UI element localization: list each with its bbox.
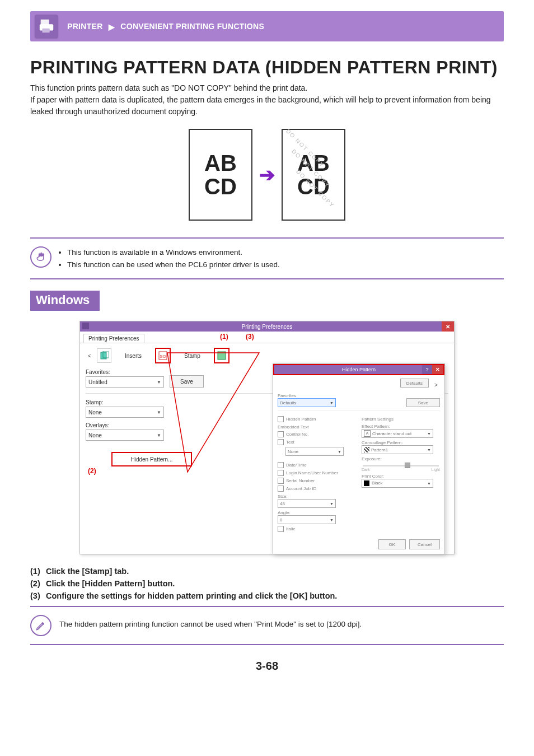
svg-rect-7 <box>218 352 226 360</box>
stamp-select[interactable]: None ▼ <box>86 407 164 418</box>
next-tab-icon[interactable] <box>214 348 229 363</box>
hidden-pattern-button-label: Hidden Pattern... <box>130 456 172 463</box>
text-select[interactable]: None▼ <box>285 447 344 456</box>
text-checkbox[interactable]: Text <box>278 439 356 445</box>
cancel-button[interactable]: Cancel <box>409 539 440 549</box>
svg-rect-2 <box>43 29 50 33</box>
embedded-text-label: Embedded Text <box>278 424 356 430</box>
breadcrumb-subsection[interactable]: CONVENIENT PRINTING FUNCTIONS <box>120 22 264 31</box>
row1: AB <box>297 151 330 175</box>
chk-label: Account Job ID <box>286 486 316 491</box>
row2: CD <box>204 174 237 199</box>
os-header: Windows <box>30 291 100 311</box>
chk-label: Control No. <box>286 432 308 437</box>
svg-rect-0 <box>41 20 49 25</box>
dlg-favorites-select[interactable]: Defaults ▼ <box>278 398 336 407</box>
camouflage-select[interactable]: Pattern1 ▼ <box>362 445 433 454</box>
camouflage-label: Camouflage Pattern: <box>362 440 440 445</box>
exposure-label: Exposure: <box>362 456 440 461</box>
step-text: Click the [Hidden Pattern] button. <box>46 579 175 588</box>
original-page: ABCD <box>189 129 252 221</box>
chk-label: Italic <box>286 526 295 531</box>
close-icon[interactable]: ✕ <box>442 321 454 332</box>
hidden-pattern-checkbox[interactable]: Hidden Pattern <box>278 416 356 422</box>
serial-checkbox[interactable]: Serial Number <box>278 478 356 484</box>
date-time-checkbox[interactable]: Date/Time <box>278 462 356 468</box>
prerequisite-note: This function is available in a Windows … <box>30 237 504 279</box>
breadcrumb-section[interactable]: PRINTER <box>67 22 103 31</box>
print-color-value: Black <box>372 480 383 486</box>
printer-icon <box>35 15 58 38</box>
arrow-right-icon: ➔ <box>259 164 275 186</box>
favorites-value: Untitled <box>88 379 107 385</box>
intro-paragraph: This function prints pattern data such a… <box>30 82 504 118</box>
step-text: Click the [Stamp] tab. <box>46 567 129 576</box>
chk-label: Hidden Pattern <box>286 417 316 422</box>
tab-strip: Printing Preferences <box>80 332 454 343</box>
help-icon[interactable]: ? <box>422 365 432 374</box>
step-item: (1)Click the [Stamp] tab. <box>30 567 504 576</box>
stamp-value: None <box>88 409 102 416</box>
limitation-text: The hidden pattern printing function can… <box>59 615 362 634</box>
control-no-checkbox[interactable]: Control No. <box>278 431 356 437</box>
inserts-tab-label[interactable]: Inserts <box>115 353 152 359</box>
chk-label: Text <box>286 440 294 445</box>
overlays-value: None <box>88 432 102 438</box>
dlg-favorites-value: Defaults <box>280 400 296 405</box>
row1: AB <box>204 151 237 175</box>
page-title: PRINTING PATTERN DATA (HIDDEN PATTERN PR… <box>30 57 504 78</box>
size-select[interactable]: 48▼ <box>278 499 336 508</box>
exposure-dark-label: Dark <box>362 468 370 472</box>
tab-printing-preferences[interactable]: Printing Preferences <box>83 334 144 343</box>
hidden-pattern-button[interactable]: Hidden Pattern... <box>111 452 192 466</box>
step-num: (2) <box>30 579 46 588</box>
dlg-save-button[interactable]: Save <box>406 398 440 407</box>
italic-checkbox[interactable]: Italic <box>278 526 356 532</box>
login-checkbox[interactable]: Login Name/User Number <box>278 470 356 476</box>
hidden-pattern-dialog: Hidden Pattern ? ✕ Defaults > Favorites <box>273 363 445 554</box>
copied-page: DO NOT COPY DO NOT COPY DO NOT COPY ABCD <box>282 129 345 221</box>
exposure-light-label: Light <box>432 468 440 472</box>
chk-label: Date/Time <box>286 463 307 468</box>
size-value: 48 <box>280 501 285 506</box>
angle-value: 0 <box>280 517 282 522</box>
window-title: Printing Preferences <box>242 324 293 330</box>
page-number: 3-68 <box>30 660 504 673</box>
dialog-next-button[interactable]: > <box>432 379 440 391</box>
effect-pattern-select[interactable]: ACharacter stand out ▼ <box>362 429 433 438</box>
step-num: (3) <box>30 591 46 600</box>
overlays-select[interactable]: None ▼ <box>86 430 164 441</box>
ok-button[interactable]: OK <box>378 539 406 549</box>
hand-icon <box>30 246 51 268</box>
chevron-down-icon: ▼ <box>157 433 161 438</box>
effect-pattern-label: Effect Pattern: <box>362 424 440 429</box>
angle-select[interactable]: 0▼ <box>278 515 336 524</box>
stamp-tab-icon[interactable]: SO <box>155 348 171 363</box>
limitation-note: The hidden pattern printing function can… <box>30 606 504 645</box>
chk-label: Login Name/User Number <box>286 470 338 475</box>
chk-label: Serial Number <box>286 478 315 483</box>
defaults-button[interactable]: Defaults <box>400 379 429 388</box>
inserts-tab-icon[interactable] <box>97 348 111 363</box>
window-titlebar: Printing Preferences ✕ <box>80 321 454 332</box>
stamp-tab-label[interactable]: Stamp <box>174 353 210 359</box>
chevron-right-icon: ▶ <box>109 22 115 31</box>
step-item: (3)Configure the settings for hidden pat… <box>30 591 504 600</box>
dialog-title: Hidden Pattern <box>342 367 376 372</box>
chevron-down-icon: ▼ <box>330 401 334 405</box>
print-color-select[interactable]: Black ▼ <box>362 479 433 488</box>
favorites-select[interactable]: Untitled ▼ <box>86 376 164 388</box>
close-icon[interactable]: ✕ <box>432 365 443 374</box>
hidden-pattern-illustration: ABCD ➔ DO NOT COPY DO NOT COPY DO NOT CO… <box>30 129 504 221</box>
dlg-favorites-label: Favorites <box>278 393 296 398</box>
camouflage-value: Pattern1 <box>371 447 388 452</box>
exposure-slider[interactable] <box>363 465 439 466</box>
angle-label: Angle: <box>278 510 356 515</box>
tab-prev-button[interactable]: < <box>86 349 93 362</box>
save-button[interactable]: Save <box>170 375 204 388</box>
pencil-icon <box>30 615 51 636</box>
account-checkbox[interactable]: Account Job ID <box>278 486 356 492</box>
effect-pattern-value: Character stand out <box>372 431 411 436</box>
chevron-down-icon: ▼ <box>157 380 161 385</box>
pattern-settings-label: Pattern Settings <box>362 417 440 422</box>
